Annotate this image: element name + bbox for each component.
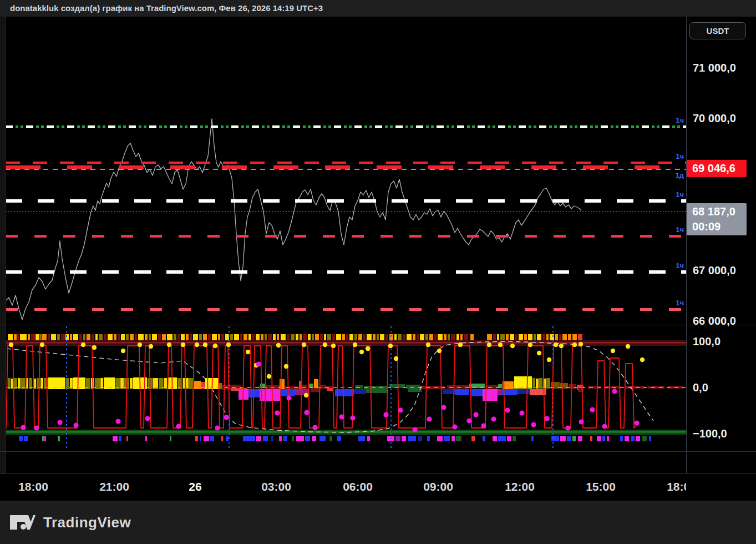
price-scale-tick: 67 000,0 <box>693 264 736 277</box>
level-line-dash_white[interactable] <box>6 199 686 203</box>
level-timeframe-tag: 1ч <box>676 226 684 233</box>
footer: TradingView <box>0 501 756 544</box>
tradingview-logo-icon <box>10 513 35 531</box>
currency-toggle-button[interactable]: USDT <box>689 22 746 39</box>
pane-separator-2[interactable] <box>0 451 756 452</box>
level-line-dash_red_light[interactable] <box>6 308 686 311</box>
time-axis-label[interactable]: 18:00 <box>18 480 48 493</box>
time-axis-label[interactable]: 18:00 <box>667 480 686 493</box>
time-axis-label[interactable]: 03:00 <box>261 480 291 493</box>
time-axis-label[interactable]: 12:00 <box>505 480 535 493</box>
level-timeframe-tag: 1д <box>676 172 684 179</box>
tradingview-brand-text: TradingView <box>43 514 131 531</box>
attribution-bar: donatakkluk создал(а) график на TradingV… <box>0 0 756 17</box>
level-timeframe-tag: 1ч <box>676 262 684 269</box>
price-scale-tick: 0,0 <box>693 381 708 394</box>
level-line-dash_purple[interactable] <box>6 169 686 170</box>
level-timeframe-tag: 1ч <box>676 299 684 306</box>
chart-background[interactable] <box>0 17 756 501</box>
pane-separator-1[interactable] <box>0 325 756 325</box>
level-timeframe-tag: 1ч <box>676 117 684 124</box>
time-axis-label[interactable]: 06:00 <box>343 480 373 493</box>
last-price-badge: 68 187,0 00:09 <box>687 203 747 235</box>
attribution-text: donatakkluk создал(а) график на TradingV… <box>10 3 323 13</box>
tradingview-snapshot: donatakkluk создал(а) график на TradingV… <box>0 0 756 544</box>
left-gutter <box>0 17 6 474</box>
level-line-dash_red[interactable] <box>6 235 686 238</box>
left-gutter-border <box>6 17 6 474</box>
time-axis-top-border <box>0 474 756 474</box>
tradingview-logo[interactable]: TradingView <box>10 513 131 531</box>
time-axis-labels: 18:0021:002603:0006:0009:0012:0015:0018:… <box>0 474 686 501</box>
price-scale-tick: 70 000,0 <box>693 112 736 125</box>
time-axis-label[interactable]: 15:00 <box>586 480 616 493</box>
level-timeframe-tag: 1ч <box>676 153 684 160</box>
time-axis-label[interactable]: 21:00 <box>99 480 129 493</box>
price-scale-tick: 100,0 <box>693 335 721 348</box>
last-price-value: 68 187,0 <box>692 204 747 219</box>
price-level-badge-value: 69 046,6 <box>692 162 747 175</box>
price-scale-tick: 71 000,0 <box>693 62 736 74</box>
price-level-badge: 69 046,6 <box>687 160 747 177</box>
time-axis-label[interactable]: 09:00 <box>423 480 453 493</box>
level-line-dot_gray[interactable] <box>6 211 686 211</box>
price-scale-tick: −100,0 <box>693 427 727 440</box>
time-axis-label[interactable]: 26 <box>189 480 201 493</box>
level-line-dash_white[interactable] <box>6 270 686 274</box>
time-axis[interactable]: 18:0021:002603:0006:0009:0012:0015:0018:… <box>0 474 756 501</box>
level-timeframe-tag: 1ч <box>676 191 684 198</box>
price-scale-tick: 66 000,0 <box>693 315 736 328</box>
level-line-dashdot_green_white[interactable] <box>6 125 686 128</box>
bar-countdown: 00:09 <box>692 219 747 234</box>
level-line-dash_red_thin[interactable] <box>6 162 686 164</box>
